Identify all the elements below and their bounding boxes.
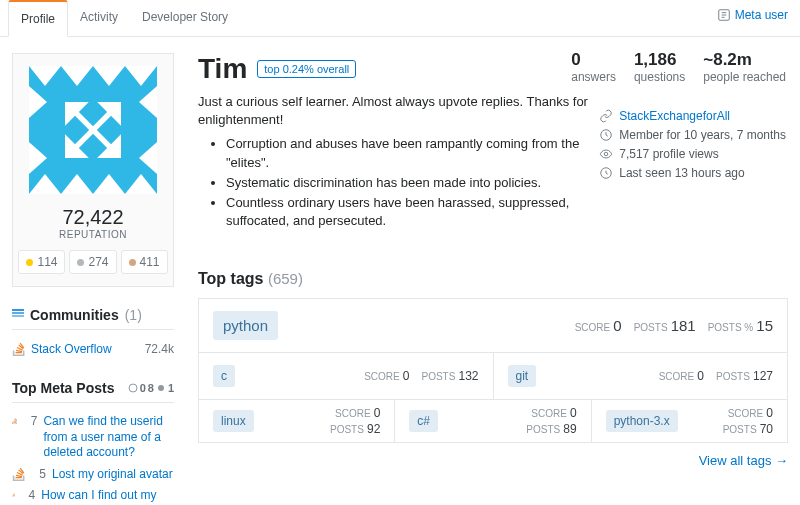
top-tags-title: Top tags [198, 270, 263, 287]
bio-point: Systematic discrimination has been made … [226, 174, 598, 192]
gold-dot-icon [26, 259, 33, 266]
profile-stats: 0 answers 1,186 questions ~8.2m people r… [571, 50, 786, 84]
bio-point: Countless ordinary users have been haras… [226, 194, 598, 230]
avatar[interactable] [29, 66, 157, 194]
meta-post-row: 4How can I find out my posts (questions … [12, 485, 174, 505]
bronze-count: 411 [140, 255, 160, 269]
link-icon [599, 109, 613, 123]
meta-posts-heading: Top Meta Posts 0 8 1 [12, 380, 174, 403]
stat-questions-value: 1,186 [634, 50, 685, 70]
eye-icon [599, 147, 613, 161]
tag-score: 0 [570, 406, 577, 420]
profile-card: 72,422 REPUTATION 114 274 411 [12, 53, 174, 287]
profile-views: 7,517 profile views [619, 147, 718, 161]
user-bio: Just a curious self learner. Almost alwa… [198, 93, 598, 230]
label-score: SCORE [575, 322, 611, 333]
communities-icon [12, 309, 24, 321]
avatar-identicon [29, 66, 157, 194]
primary-pct: 15 [756, 317, 773, 334]
tag-cell: linuxSCORE 0POSTS 92 [199, 400, 395, 442]
stat-answers: 0 answers [571, 50, 616, 84]
stackoverflow-icon [12, 342, 26, 356]
tag-linux[interactable]: linux [213, 410, 254, 432]
tag-score: 0 [766, 406, 773, 420]
tag-cell: c#SCORE 0POSTS 89 [395, 400, 591, 442]
top-tags-table: python SCORE 0 POSTS 181 POSTS % 15 cSCO… [198, 298, 788, 443]
meta-posts-counts: 0 8 1 [128, 382, 174, 394]
tab-profile[interactable]: Profile [8, 0, 68, 37]
stat-questions: 1,186 questions [634, 50, 685, 84]
meta-post-score: 4 [21, 488, 35, 502]
tag-git[interactable]: git [508, 365, 537, 387]
svg-point-2 [605, 152, 609, 156]
view-all-tags-link[interactable]: View all tags → [699, 453, 788, 468]
meta-post-link[interactable]: Lost my original avatar [52, 467, 173, 483]
profile-meta-list: StackExchangeforAll Member for 10 years,… [599, 104, 786, 185]
community-name[interactable]: Stack Overflow [31, 342, 112, 356]
top-tags-count: (659) [268, 270, 303, 287]
tag-cell: cSCORE 0POSTS 132 [199, 353, 494, 399]
rank-badge[interactable]: top 0.24% overall [257, 60, 356, 78]
member-for: Member for 10 years, 7 months [619, 128, 786, 142]
gold-count: 114 [37, 255, 57, 269]
last-seen: Last seen 13 hours ago [619, 166, 744, 180]
meta-count-c: 1 [168, 382, 174, 394]
tag-c[interactable]: c# [409, 410, 438, 432]
tab-activity[interactable]: Activity [68, 0, 130, 36]
meta-icon [717, 8, 731, 22]
communities-count: (1) [125, 307, 142, 323]
silver-badge[interactable]: 274 [69, 250, 116, 274]
meta-user-link[interactable]: Meta user [717, 8, 788, 22]
gold-badge[interactable]: 114 [18, 250, 65, 274]
tag-score: 0 [403, 369, 410, 383]
community-rep: 72.4k [145, 342, 174, 356]
tag-python3x[interactable]: python-3.x [606, 410, 678, 432]
profile-tabs: Profile Activity Developer Story Meta us… [0, 0, 800, 37]
bio-point: Corruption and abuses have been rampantl… [226, 135, 598, 171]
tag-posts: 92 [367, 422, 380, 436]
meta-post-score: 7 [23, 414, 37, 428]
stat-reached-label: people reached [703, 70, 786, 84]
stat-answers-value: 0 [571, 50, 616, 70]
tag-python[interactable]: python [213, 311, 278, 340]
tag-posts: 70 [760, 422, 773, 436]
communities-title: Communities [30, 307, 119, 323]
dot-icon [156, 383, 166, 393]
svg-point-23 [158, 385, 164, 391]
bronze-dot-icon [129, 259, 136, 266]
community-row[interactable]: Stack Overflow 72.4k [12, 338, 174, 360]
meta-post-row: 7Can we find the userid from a user name… [12, 411, 174, 464]
tab-developer-story[interactable]: Developer Story [130, 0, 240, 36]
tag-score: 0 [697, 369, 704, 383]
stackoverflow-icon [12, 467, 26, 481]
tag-posts: 127 [753, 369, 773, 383]
communities-heading: Communities (1) [12, 307, 174, 330]
bronze-badge[interactable]: 411 [121, 250, 168, 274]
bio-intro: Just a curious self learner. Almost alwa… [198, 93, 598, 129]
primary-posts: 181 [671, 317, 696, 334]
tag-cell: python-3.xSCORE 0POSTS 70 [592, 400, 787, 442]
meta-post-row: 5Lost my original avatar [12, 464, 174, 486]
meta-count-b: 8 [148, 382, 154, 394]
stat-questions-label: questions [634, 70, 685, 84]
stackoverflow-icon [12, 488, 15, 502]
label-pct: POSTS % [708, 322, 754, 333]
meta-post-link[interactable]: How can I find out my posts (questions o… [41, 488, 174, 505]
reputation-value: 72,422 [25, 206, 161, 229]
tag-c[interactable]: c [213, 365, 235, 387]
meta-posts-title: Top Meta Posts [12, 380, 114, 396]
tag-cell-primary: python SCORE 0 POSTS 181 POSTS % 15 [199, 299, 787, 352]
top-tags-heading: Top tags (659) [198, 270, 788, 288]
meta-post-score: 5 [32, 467, 46, 481]
stackoverflow-icon [12, 414, 17, 428]
reputation-label: REPUTATION [25, 229, 161, 240]
stat-answers-label: answers [571, 70, 616, 84]
meta-count-a: 0 [140, 382, 146, 394]
stat-reached-value: ~8.2m [703, 50, 786, 70]
history-icon [599, 128, 613, 142]
meta-post-link[interactable]: Can we find the userid from a user name … [43, 414, 174, 461]
profile-site-link[interactable]: StackExchangeforAll [619, 109, 730, 123]
tag-score: 0 [374, 406, 381, 420]
silver-count: 274 [88, 255, 108, 269]
tag-cell: gitSCORE 0POSTS 127 [494, 353, 788, 399]
